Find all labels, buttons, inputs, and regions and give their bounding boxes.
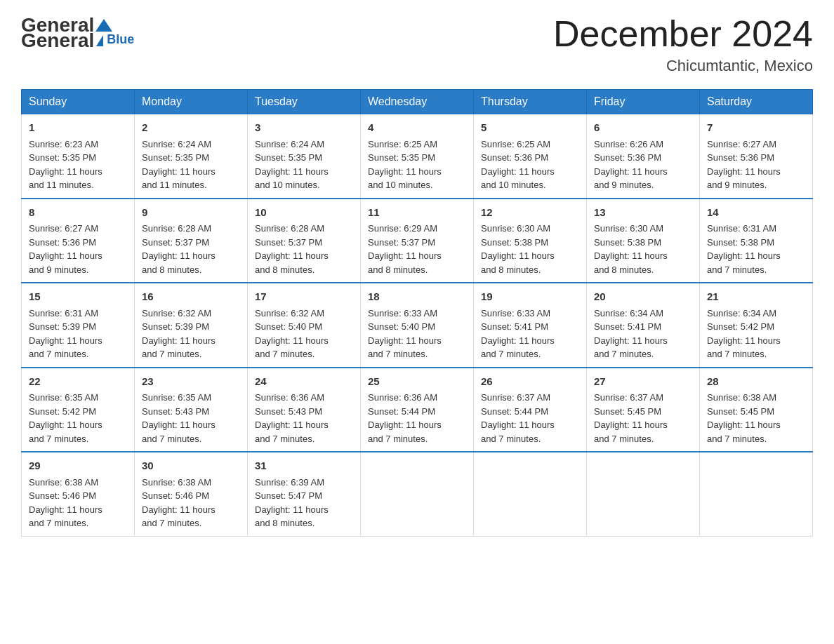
day-info: Sunrise: 6:37 AM Sunset: 5:45 PM Dayligh…	[594, 392, 668, 444]
day-info: Sunrise: 6:37 AM Sunset: 5:44 PM Dayligh…	[481, 392, 555, 444]
title-area: December 2024 Chicumtantic, Mexico	[553, 14, 813, 75]
day-info: Sunrise: 6:31 AM Sunset: 5:39 PM Dayligh…	[29, 308, 102, 360]
day-number: 1	[29, 120, 127, 136]
day-number: 6	[594, 120, 692, 136]
day-number: 21	[707, 289, 805, 305]
day-info: Sunrise: 6:32 AM Sunset: 5:40 PM Dayligh…	[255, 308, 329, 360]
table-row: 21 Sunrise: 6:34 AM Sunset: 5:42 PM Dayl…	[700, 283, 813, 368]
day-info: Sunrise: 6:34 AM Sunset: 5:41 PM Dayligh…	[594, 308, 668, 360]
logo-triangle-icon2	[96, 35, 103, 46]
day-number: 18	[368, 289, 466, 305]
day-info: Sunrise: 6:24 AM Sunset: 5:35 PM Dayligh…	[255, 139, 329, 191]
header-thursday: Thursday	[474, 90, 587, 114]
table-row: 5 Sunrise: 6:25 AM Sunset: 5:36 PM Dayli…	[474, 114, 587, 199]
logo-blue-text: Blue	[107, 32, 134, 47]
day-number: 29	[29, 458, 127, 474]
day-number: 4	[368, 120, 466, 136]
day-number: 12	[481, 205, 579, 221]
table-row: 29 Sunrise: 6:38 AM Sunset: 5:46 PM Dayl…	[22, 452, 135, 536]
day-info: Sunrise: 6:28 AM Sunset: 5:37 PM Dayligh…	[142, 223, 216, 275]
table-row: 9 Sunrise: 6:28 AM Sunset: 5:37 PM Dayli…	[135, 199, 248, 283]
header-sunday: Sunday	[22, 90, 135, 114]
month-title: December 2024	[553, 14, 813, 54]
header-friday: Friday	[587, 90, 700, 114]
day-info: Sunrise: 6:24 AM Sunset: 5:35 PM Dayligh…	[142, 139, 216, 191]
day-info: Sunrise: 6:29 AM Sunset: 5:37 PM Dayligh…	[368, 223, 442, 275]
logo-triangle-icon	[95, 19, 112, 32]
day-number: 20	[594, 289, 692, 305]
table-row: 25 Sunrise: 6:36 AM Sunset: 5:44 PM Dayl…	[361, 368, 474, 452]
day-number: 19	[481, 289, 579, 305]
day-info: Sunrise: 6:25 AM Sunset: 5:35 PM Dayligh…	[368, 139, 442, 191]
header-monday: Monday	[135, 90, 248, 114]
day-number: 23	[142, 374, 240, 390]
day-info: Sunrise: 6:33 AM Sunset: 5:41 PM Dayligh…	[481, 308, 555, 360]
table-row: 4 Sunrise: 6:25 AM Sunset: 5:35 PM Dayli…	[361, 114, 474, 199]
table-row: 17 Sunrise: 6:32 AM Sunset: 5:40 PM Dayl…	[248, 283, 361, 368]
table-row: 13 Sunrise: 6:30 AM Sunset: 5:38 PM Dayl…	[587, 199, 700, 283]
table-row: 16 Sunrise: 6:32 AM Sunset: 5:39 PM Dayl…	[135, 283, 248, 368]
table-row: 14 Sunrise: 6:31 AM Sunset: 5:38 PM Dayl…	[700, 199, 813, 283]
header-saturday: Saturday	[700, 90, 813, 114]
day-info: Sunrise: 6:23 AM Sunset: 5:35 PM Dayligh…	[29, 139, 102, 191]
day-info: Sunrise: 6:38 AM Sunset: 5:46 PM Dayligh…	[142, 477, 216, 529]
day-number: 10	[255, 205, 353, 221]
table-row: 11 Sunrise: 6:29 AM Sunset: 5:37 PM Dayl…	[361, 199, 474, 283]
day-info: Sunrise: 6:28 AM Sunset: 5:37 PM Dayligh…	[255, 223, 329, 275]
day-info: Sunrise: 6:34 AM Sunset: 5:42 PM Dayligh…	[707, 308, 781, 360]
calendar-header-row: Sunday Monday Tuesday Wednesday Thursday…	[22, 90, 813, 114]
day-info: Sunrise: 6:26 AM Sunset: 5:36 PM Dayligh…	[594, 139, 668, 191]
table-row: 18 Sunrise: 6:33 AM Sunset: 5:40 PM Dayl…	[361, 283, 474, 368]
day-info: Sunrise: 6:38 AM Sunset: 5:45 PM Dayligh…	[707, 392, 781, 444]
day-info: Sunrise: 6:31 AM Sunset: 5:38 PM Dayligh…	[707, 223, 781, 275]
day-info: Sunrise: 6:25 AM Sunset: 5:36 PM Dayligh…	[481, 139, 555, 191]
table-row: 8 Sunrise: 6:27 AM Sunset: 5:36 PM Dayli…	[22, 199, 135, 283]
day-number: 7	[707, 120, 805, 136]
table-row: 1 Sunrise: 6:23 AM Sunset: 5:35 PM Dayli…	[22, 114, 135, 199]
table-row: 12 Sunrise: 6:30 AM Sunset: 5:38 PM Dayl…	[474, 199, 587, 283]
table-row	[700, 452, 813, 536]
header-wednesday: Wednesday	[361, 90, 474, 114]
table-row: 7 Sunrise: 6:27 AM Sunset: 5:36 PM Dayli…	[700, 114, 813, 199]
table-row: 30 Sunrise: 6:38 AM Sunset: 5:46 PM Dayl…	[135, 452, 248, 536]
day-info: Sunrise: 6:35 AM Sunset: 5:43 PM Dayligh…	[142, 392, 216, 444]
day-number: 26	[481, 374, 579, 390]
day-number: 5	[481, 120, 579, 136]
day-info: Sunrise: 6:33 AM Sunset: 5:40 PM Dayligh…	[368, 308, 442, 360]
day-number: 16	[142, 289, 240, 305]
table-row: 6 Sunrise: 6:26 AM Sunset: 5:36 PM Dayli…	[587, 114, 700, 199]
table-row: 26 Sunrise: 6:37 AM Sunset: 5:44 PM Dayl…	[474, 368, 587, 452]
day-number: 24	[255, 374, 353, 390]
day-number: 2	[142, 120, 240, 136]
table-row: 2 Sunrise: 6:24 AM Sunset: 5:35 PM Dayli…	[135, 114, 248, 199]
table-row: 24 Sunrise: 6:36 AM Sunset: 5:43 PM Dayl…	[248, 368, 361, 452]
day-info: Sunrise: 6:30 AM Sunset: 5:38 PM Dayligh…	[594, 223, 668, 275]
day-number: 14	[707, 205, 805, 221]
day-number: 28	[707, 374, 805, 390]
day-info: Sunrise: 6:39 AM Sunset: 5:47 PM Dayligh…	[255, 477, 329, 529]
day-info: Sunrise: 6:32 AM Sunset: 5:39 PM Dayligh…	[142, 308, 216, 360]
calendar-table: Sunday Monday Tuesday Wednesday Thursday…	[21, 89, 813, 537]
table-row: 19 Sunrise: 6:33 AM Sunset: 5:41 PM Dayl…	[474, 283, 587, 368]
day-number: 15	[29, 289, 127, 305]
day-number: 9	[142, 205, 240, 221]
table-row: 28 Sunrise: 6:38 AM Sunset: 5:45 PM Dayl…	[700, 368, 813, 452]
table-row	[474, 452, 587, 536]
table-row: 10 Sunrise: 6:28 AM Sunset: 5:37 PM Dayl…	[248, 199, 361, 283]
table-row: 27 Sunrise: 6:37 AM Sunset: 5:45 PM Dayl…	[587, 368, 700, 452]
logo-area: General General Blue	[21, 14, 134, 52]
day-number: 3	[255, 120, 353, 136]
table-row	[587, 452, 700, 536]
table-row: 15 Sunrise: 6:31 AM Sunset: 5:39 PM Dayl…	[22, 283, 135, 368]
table-row: 3 Sunrise: 6:24 AM Sunset: 5:35 PM Dayli…	[248, 114, 361, 199]
day-number: 27	[594, 374, 692, 390]
logo-general-text2: General	[21, 29, 94, 52]
day-info: Sunrise: 6:36 AM Sunset: 5:44 PM Dayligh…	[368, 392, 442, 444]
day-info: Sunrise: 6:27 AM Sunset: 5:36 PM Dayligh…	[29, 223, 102, 275]
day-info: Sunrise: 6:30 AM Sunset: 5:38 PM Dayligh…	[481, 223, 555, 275]
table-row: 20 Sunrise: 6:34 AM Sunset: 5:41 PM Dayl…	[587, 283, 700, 368]
day-info: Sunrise: 6:27 AM Sunset: 5:36 PM Dayligh…	[707, 139, 781, 191]
day-info: Sunrise: 6:38 AM Sunset: 5:46 PM Dayligh…	[29, 477, 102, 529]
day-number: 30	[142, 458, 240, 474]
table-row	[361, 452, 474, 536]
